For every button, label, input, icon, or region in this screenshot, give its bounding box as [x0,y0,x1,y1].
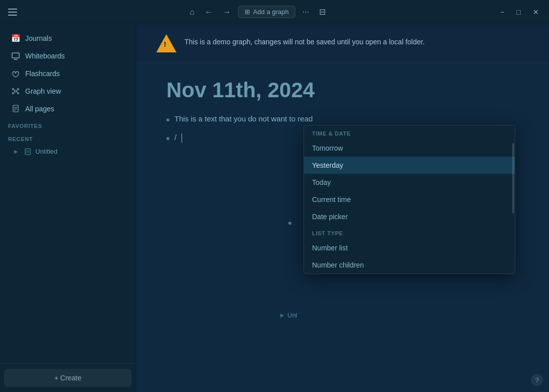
sidebar-item-journals[interactable]: 📅 Journals [3,30,133,47]
close-button[interactable]: ✕ [529,6,543,18]
titlebar-center: ⌂ ← → ⊞ Add a graph ··· ⊟ [187,5,329,19]
dropdown-item-tomorrow[interactable]: Tomorrow [304,140,515,157]
svg-rect-14 [25,149,30,155]
sidebar-item-whiteboards-label: Whiteboards [25,52,65,60]
home-button[interactable]: ⌂ [187,6,198,19]
content-area: This is a demo graph, changes will not b… [136,24,549,392]
scrollbar-track[interactable] [512,125,515,274]
scrollbar-thumb [512,143,514,214]
more-button[interactable]: ··· [299,6,312,19]
svg-line-9 [17,92,18,93]
all-pages-icon [11,104,20,113]
sidebar-item-flashcards-label: Flashcards [25,70,59,78]
titlebar-right: − □ ✕ [496,6,543,18]
sidebar-item-whiteboards[interactable]: Whiteboards [3,47,133,64]
sidebar-item-journals-label: Journals [25,34,52,42]
slash-dropdown: TIME & DATE Tomorrow Yesterday Today Cur… [303,125,515,274]
sidebar-item-all-pages-label: All pages [25,105,54,113]
partial-page-label: Unl [287,311,297,319]
back-button[interactable]: ← [202,6,216,19]
recent-item-untitled[interactable]: ▶ Untitled [3,145,133,158]
page-title: Nov 11th, 2024 [166,78,519,102]
bullet-item-1: This is a text that you do not want to r… [166,114,519,123]
sidebar-nav: 📅 Journals Whiteboards Flashcards [0,24,136,363]
dropdown-item-number-list[interactable]: Number list [304,239,515,256]
sidebar-footer: + Create [0,363,136,392]
expand-icon: ▶ [14,149,18,154]
panel-button[interactable]: ⊟ [316,5,329,19]
svg-line-7 [17,90,18,91]
titlebar: ⌂ ← → ⊞ Add a graph ··· ⊟ − □ ✕ [0,0,549,24]
sidebar-item-flashcards[interactable]: Flashcards [3,65,133,82]
add-graph-icon: ⊞ [245,8,250,16]
sidebar-item-graph-view-label: Graph view [25,87,61,95]
create-button[interactable]: + Create [4,369,132,387]
list-type-section-label: LIST TYPE [304,225,515,239]
sidebar-item-all-pages[interactable]: All pages [3,100,133,117]
svg-point-1 [15,90,17,92]
editor-slash: / [174,133,176,142]
main-layout: 📅 Journals Whiteboards Flashcards [0,24,549,392]
svg-rect-0 [12,53,19,58]
minimize-button[interactable]: − [496,6,508,18]
graph-view-icon [11,87,20,96]
add-graph-button[interactable]: ⊞ Add a graph [238,6,295,18]
warning-icon [156,34,176,52]
sidebar-item-graph-view[interactable]: Graph view [3,83,133,100]
maximize-button[interactable]: □ [513,6,525,18]
whiteboards-icon [11,51,20,60]
warning-text: This is a demo graph, changes will not b… [185,34,424,47]
extra-bullet-dot [288,222,291,225]
dropdown-item-current-time[interactable]: Current time [304,191,515,208]
menu-icon[interactable] [6,7,19,18]
favorites-section-label: FAVORITES [0,118,136,131]
expand-icon-partial: ▶ [280,312,284,318]
bullet-dot [166,118,169,121]
editor-bullet-dot [166,137,169,140]
warning-banner: This is a demo graph, changes will not b… [136,24,549,63]
flashcards-icon [11,69,20,78]
dropdown-item-today[interactable]: Today [304,174,515,191]
help-button[interactable]: ? [531,374,543,386]
partial-page-row: ▶ Unl [280,311,297,319]
add-graph-label: Add a graph [253,8,289,16]
dropdown-item-yesterday[interactable]: Yesterday [304,157,515,174]
time-date-section-label: TIME & DATE [304,125,515,140]
recent-section-label: RECENT [0,131,136,144]
svg-line-6 [14,90,15,91]
journals-icon: 📅 [11,34,20,43]
dropdown-item-date-picker[interactable]: Date picker [304,208,515,225]
recent-item-untitled-label: Untitled [35,148,57,155]
bullet-text: This is a text that you do not want to r… [174,114,313,123]
titlebar-left [6,7,19,18]
forward-button[interactable]: → [220,6,234,19]
sidebar: 📅 Journals Whiteboards Flashcards [0,24,136,392]
page-icon [24,148,31,155]
text-cursor [181,134,182,143]
dropdown-item-number-children[interactable]: Number children [304,256,515,274]
svg-line-8 [14,92,15,93]
